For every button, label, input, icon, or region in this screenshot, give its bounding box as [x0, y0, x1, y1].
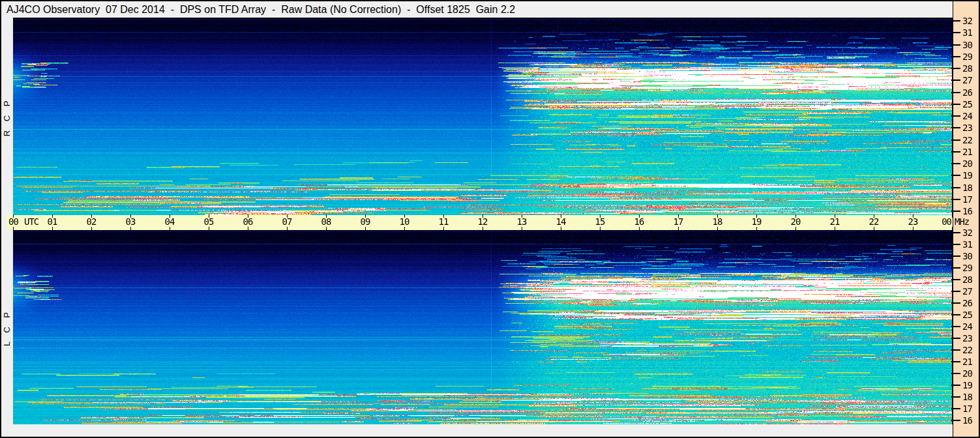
- time-tick: [874, 227, 874, 230]
- freq-tick: [951, 68, 960, 69]
- freq-tick: [951, 232, 960, 233]
- freq-tick: [951, 420, 960, 421]
- freq-tick: [951, 44, 960, 46]
- time-tick-label: 09: [359, 217, 372, 226]
- freq-tick: [951, 80, 960, 81]
- time-tick: [952, 214, 953, 218]
- freq-tick-label: 30: [962, 40, 978, 50]
- time-tick: [756, 227, 757, 230]
- freq-tick: [951, 104, 960, 105]
- time-tick-label: 17: [672, 217, 685, 226]
- time-tick-label: 06: [241, 217, 254, 226]
- freq-tick-label: 26: [962, 88, 978, 97]
- freq-tick: [951, 302, 960, 304]
- time-tick-label: 12: [476, 217, 489, 226]
- freq-tick: [951, 314, 960, 315]
- freq-tick-label: 23: [962, 123, 978, 132]
- time-tick: [443, 227, 444, 230]
- time-tick-label: 13: [515, 217, 528, 226]
- freq-axis-unit-label: MHz: [955, 217, 969, 226]
- freq-tick: [951, 115, 960, 117]
- freq-tick-label: 18: [962, 392, 978, 402]
- freq-tick-label: 17: [962, 195, 978, 204]
- time-tick: [561, 227, 561, 230]
- freq-tick-label: 18: [962, 183, 978, 192]
- lcp-polarization-text: L C P: [3, 308, 12, 345]
- freq-tick: [951, 151, 960, 153]
- freq-tick: [951, 244, 960, 245]
- bottom-margin: [1, 424, 953, 437]
- freq-tick: [951, 56, 960, 57]
- freq-tick-label: 31: [962, 240, 978, 249]
- time-tick-label: 05: [202, 217, 215, 226]
- freq-tick-label: 29: [962, 263, 978, 272]
- time-tick-label: 19: [750, 217, 763, 226]
- time-tick: [522, 227, 522, 230]
- freq-tick-label: 30: [962, 252, 978, 261]
- time-tick-label: 01: [46, 217, 59, 226]
- time-tick: [91, 227, 92, 230]
- rcp-spectrogram: [13, 18, 952, 215]
- time-tick-label: 21: [828, 217, 841, 226]
- time-tick-label: 03: [124, 217, 137, 226]
- freq-tick: [951, 163, 960, 164]
- time-tick: [795, 227, 796, 230]
- freq-tick: [951, 20, 960, 22]
- time-tick-label: 11: [437, 217, 450, 226]
- freq-tick: [951, 211, 960, 212]
- freq-tick: [951, 175, 960, 176]
- time-tick: [326, 227, 327, 230]
- freq-tick: [951, 338, 960, 339]
- freq-tick: [951, 187, 960, 188]
- time-tick-label: 04: [163, 217, 176, 226]
- freq-tick-label: 22: [962, 345, 978, 355]
- freq-tick-label: 25: [962, 100, 978, 109]
- freq-tick-label: 16: [962, 416, 978, 425]
- time-tick: [639, 227, 640, 230]
- freq-tick-label: 20: [962, 369, 978, 378]
- freq-tick-label: 21: [962, 147, 978, 156]
- time-tick: [952, 227, 953, 230]
- freq-tick: [951, 385, 960, 386]
- freq-tick: [951, 291, 960, 292]
- freq-tick: [951, 139, 960, 141]
- freq-tick-label: 20: [962, 159, 978, 168]
- time-tick-label: 23: [906, 217, 919, 226]
- lcp-spectrogram: [13, 230, 952, 424]
- freq-tick-label: 24: [962, 322, 978, 331]
- freq-tick: [951, 267, 960, 269]
- time-tick-label: 20: [789, 217, 802, 226]
- time-tick-label: 18: [711, 217, 724, 226]
- freq-tick-label: 26: [962, 299, 978, 308]
- freq-tick: [951, 408, 960, 409]
- freq-tick-label: 27: [962, 76, 978, 85]
- freq-tick: [951, 373, 960, 374]
- title-bar: AJ4CO Observatory 07 Dec 2014 - DPS on T…: [1, 1, 953, 18]
- time-tick: [483, 227, 483, 230]
- freq-tick-label: 19: [962, 171, 978, 180]
- freq-tick-label: 23: [962, 334, 978, 343]
- freq-tick: [951, 32, 960, 33]
- time-tick: [248, 227, 248, 230]
- time-tick-label: 16: [632, 217, 646, 226]
- rcp-polarization-text: R C P: [3, 97, 12, 136]
- freq-tick: [951, 361, 960, 362]
- freq-tick-label: 28: [962, 275, 978, 284]
- time-tick-label: 07: [280, 217, 293, 226]
- freq-tick-label: 19: [962, 381, 978, 390]
- freq-tick-label: 29: [962, 52, 978, 61]
- time-tick: [365, 227, 366, 230]
- time-tick: [287, 227, 288, 230]
- time-tick-label: 02: [85, 217, 98, 226]
- page-title: AJ4CO Observatory 07 Dec 2014 - DPS on T…: [1, 4, 515, 16]
- freq-tick: [951, 256, 960, 257]
- time-tick: [835, 227, 835, 230]
- time-tick-label: 00: [937, 217, 951, 226]
- time-tick-label: 15: [593, 217, 606, 226]
- time-tick-label: 10: [398, 217, 411, 226]
- time-tick-label: 08: [319, 217, 333, 226]
- freq-tick-label: 32: [962, 228, 978, 237]
- time-tick: [678, 227, 679, 230]
- freq-tick: [951, 127, 960, 128]
- freq-tick: [951, 92, 960, 93]
